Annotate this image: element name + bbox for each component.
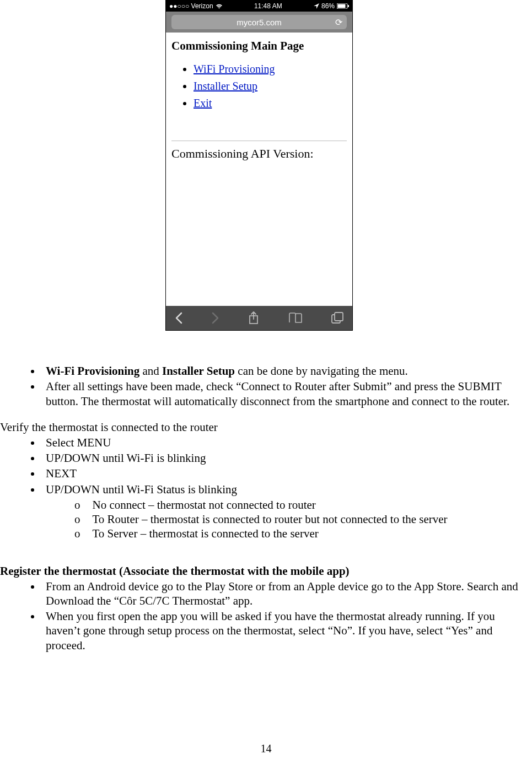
list-item: NEXT bbox=[41, 466, 532, 481]
instruction-list-1: Wi-Fi Provisioning and Installer Setup c… bbox=[0, 364, 532, 408]
forward-icon[interactable] bbox=[212, 312, 219, 324]
share-icon[interactable] bbox=[248, 311, 259, 325]
list-item: UP/DOWN until Wi-Fi is blinking bbox=[41, 451, 532, 465]
bookmarks-icon[interactable] bbox=[288, 313, 303, 324]
browser-toolbar bbox=[166, 306, 352, 330]
wifi-icon bbox=[216, 3, 223, 9]
back-icon[interactable] bbox=[175, 312, 182, 324]
reload-icon[interactable]: ⟳ bbox=[335, 17, 342, 28]
verify-steps-list: Select MENU UP/DOWN until Wi-Fi is blink… bbox=[0, 435, 532, 497]
bold-text: Wi-Fi Provisioning bbox=[46, 364, 139, 378]
location-icon bbox=[314, 3, 319, 9]
status-time: 11:48 AM bbox=[254, 2, 282, 10]
status-sublist: No connect – thermostat not connected to… bbox=[0, 498, 532, 541]
menu-item-wifi: WiFi Provisioning bbox=[194, 63, 347, 76]
list-item: No connect – thermostat not connected to… bbox=[74, 498, 532, 512]
list-item: Wi-Fi Provisioning and Installer Setup c… bbox=[41, 364, 532, 378]
list-item: To Router – thermostat is connected to r… bbox=[74, 512, 532, 526]
wifi-provisioning-link[interactable]: WiFi Provisioning bbox=[194, 63, 275, 75]
page-title: Commissioning Main Page bbox=[171, 39, 347, 53]
document-body: Wi-Fi Provisioning and Installer Setup c… bbox=[0, 331, 532, 653]
divider bbox=[171, 141, 347, 141]
list-item: UP/DOWN until Wi-Fi Status is blinking bbox=[41, 482, 532, 497]
battery-percent: 86% bbox=[321, 2, 335, 10]
list-item: When you first open the app you will be … bbox=[41, 609, 532, 653]
verify-heading: Verify the thermostat is connected to th… bbox=[0, 421, 532, 434]
list-item: From an Android device go to the Play St… bbox=[41, 579, 532, 608]
url-text: mycor5.com bbox=[237, 18, 282, 27]
api-version-label: Commissioning API Version: bbox=[171, 147, 347, 161]
status-bar: ●●○○○ Verizon 11:48 AM 86% bbox=[166, 1, 352, 12]
main-menu-list: WiFi Provisioning Installer Setup Exit bbox=[171, 63, 347, 110]
svg-rect-5 bbox=[335, 313, 343, 321]
list-item: Select MENU bbox=[41, 435, 532, 450]
url-field[interactable]: mycor5.com ⟳ bbox=[171, 15, 347, 29]
register-list: From an Android device go to the Play St… bbox=[0, 579, 532, 653]
carrier-signal: ●●○○○ Verizon bbox=[169, 2, 213, 10]
bold-text: Installer Setup bbox=[162, 364, 235, 378]
list-item: To Server – thermostat is connected to t… bbox=[74, 526, 532, 541]
phone-page-content: Commissioning Main Page WiFi Provisionin… bbox=[166, 33, 352, 306]
tabs-icon[interactable] bbox=[331, 312, 343, 324]
browser-address-bar: mycor5.com ⟳ bbox=[166, 12, 352, 33]
installer-setup-link[interactable]: Installer Setup bbox=[194, 80, 257, 92]
svg-rect-1 bbox=[338, 4, 346, 8]
battery-icon bbox=[337, 3, 349, 9]
page-number: 14 bbox=[0, 742, 532, 755]
menu-item-installer: Installer Setup bbox=[194, 80, 347, 93]
text: can be done by navigating the menu. bbox=[235, 364, 408, 378]
exit-link[interactable]: Exit bbox=[194, 97, 212, 109]
phone-screenshot: ●●○○○ Verizon 11:48 AM 86% mycor5.com ⟳ … bbox=[165, 0, 353, 331]
menu-item-exit: Exit bbox=[194, 97, 347, 110]
list-item: After all settings have been made, check… bbox=[41, 379, 532, 408]
register-heading: Register the thermostat (Associate the t… bbox=[0, 564, 532, 578]
text: and bbox=[139, 364, 162, 378]
svg-rect-2 bbox=[348, 5, 349, 7]
